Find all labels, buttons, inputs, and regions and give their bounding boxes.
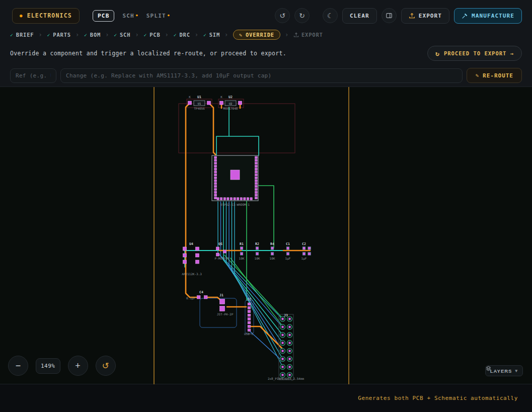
clear-button[interactable]: CLEAR <box>342 8 377 24</box>
u2-value-label: MAX17048 <box>223 107 238 110</box>
pcb-canvas[interactable]: K U1 U1 TP4056 K U2 U2 MAX17048 ESP32-S3… <box>0 87 532 384</box>
plus-icon: + <box>75 361 81 371</box>
u1-value-label: TP4056 <box>194 107 205 110</box>
moon-icon: ☾ <box>327 12 334 20</box>
j1-value-label: JST-PH-2P <box>217 312 234 316</box>
manufacture-button[interactable]: MANUFACTURE <box>454 8 522 24</box>
j3-value-label: 2x8_PINHEADER_2.54mm <box>268 377 305 381</box>
undo-icon: ↺ <box>279 12 285 20</box>
layers-icon <box>486 366 491 371</box>
component-bodies[interactable] <box>194 101 293 380</box>
r4-value-label: 10K <box>270 257 275 260</box>
chevron-right-icon: › <box>285 31 289 38</box>
export-icon <box>293 32 299 38</box>
step-pcb[interactable]: ✓PCB <box>143 32 160 38</box>
layers-dropdown[interactable]: LAYERS ▾ <box>485 365 523 376</box>
j2-value-label: USB-C <box>244 332 253 336</box>
q5-value-label: P-MOSFET <box>215 257 230 260</box>
chevron-right-icon: › <box>224 31 229 38</box>
q5-ref-label: Q5 <box>218 242 222 246</box>
c2-ref-label: C2 <box>302 242 306 246</box>
step-bom[interactable]: ✓BOM <box>84 32 101 38</box>
view-tabs: PCB SCH ● SPLIT ● <box>93 10 170 22</box>
esp32-value-label: ESP32-S3-WROOM-1 <box>220 203 250 206</box>
panel-toggle-button[interactable] <box>382 8 397 23</box>
tab-sch[interactable]: SCH ● <box>122 13 138 19</box>
u1-pin-label: K <box>189 95 191 99</box>
refresh-icon: ↻ <box>435 50 440 57</box>
theme-toggle-button[interactable]: ☾ <box>323 8 338 23</box>
zoom-out-button[interactable]: − <box>8 356 28 376</box>
check-icon: ✓ <box>143 32 147 38</box>
u2-pin-label: K <box>220 95 222 99</box>
step-brief[interactable]: ✓BRIEF <box>10 32 34 38</box>
r2-value-label: 10K <box>255 257 260 260</box>
zoom-controls: − 149% + ↺ <box>8 356 116 376</box>
chevron-right-icon: › <box>105 31 109 38</box>
step-sim[interactable]: ✓SIM <box>203 32 220 38</box>
chevron-down-icon: ▾ <box>515 368 518 373</box>
hammer-icon <box>462 13 468 19</box>
pencil-icon: ✎ <box>239 32 243 38</box>
step-sch[interactable]: ✓SCH <box>114 32 130 38</box>
reroute-bar: ✎ RE-ROUTE <box>0 64 532 87</box>
r4-ref-label: R4 <box>270 242 274 246</box>
r1-value-label: 10K <box>239 257 245 260</box>
j3-ref-label: J3 <box>284 313 288 317</box>
ref-input[interactable] <box>10 68 56 83</box>
c4-value-label: 0.1μF <box>186 296 195 300</box>
reroute-button[interactable]: ✎ RE-ROUTE <box>467 68 522 83</box>
redo-icon: ↻ <box>299 12 305 20</box>
brand: ● ELECTRONICS <box>12 8 80 24</box>
c2-value-label: 1μF <box>301 257 307 261</box>
step-export[interactable]: EXPORT <box>293 32 323 38</box>
proceed-to-export-button[interactable]: ↻ PROCEED TO EXPORT → <box>427 46 522 61</box>
j1-ref-label: J1 <box>219 293 223 297</box>
sidebar-panel-icon <box>386 12 393 19</box>
check-icon: ✓ <box>174 32 177 38</box>
redo-button[interactable]: ↻ <box>294 8 310 23</box>
reset-icon: ↺ <box>102 361 109 371</box>
chevron-right-icon: › <box>135 31 139 38</box>
esp32-thermal-pad <box>231 170 240 180</box>
step-override[interactable]: ✎OVERRIDE <box>233 30 280 40</box>
chevron-right-icon: › <box>75 31 80 38</box>
r2-ref-label: R2 <box>255 242 259 246</box>
zoom-level: 149% <box>36 358 60 374</box>
footer-note: Generates both PCB + Schematic automatic… <box>358 395 518 401</box>
c1-ref-label: C1 <box>286 242 290 246</box>
board-outline <box>154 87 349 385</box>
reset-view-button[interactable]: ↺ <box>96 356 116 376</box>
workflow-breadcrumb: ✓BRIEF › ✓PARTS › ✓BOM › ✓SCH › ✓PCB › ✓… <box>0 27 532 42</box>
u4-ref-label: U4 <box>189 242 193 246</box>
minus-icon: − <box>16 361 21 371</box>
pcb-drawing[interactable]: K U1 U1 TP4056 K U2 U2 MAX17048 ESP32-S3… <box>0 87 532 385</box>
step-parts[interactable]: ✓PARTS <box>47 32 70 38</box>
check-icon: ✓ <box>203 32 207 38</box>
check-icon: ✓ <box>10 32 14 38</box>
check-icon: ✓ <box>84 32 88 38</box>
change-input[interactable] <box>60 68 463 83</box>
override-bar: Override a component and trigger a local… <box>0 42 532 64</box>
c1-value-label: 1μF <box>285 257 291 261</box>
override-description: Override a component and trigger a local… <box>10 50 286 57</box>
tab-pcb[interactable]: PCB <box>93 10 114 22</box>
u1-body-label: U1 <box>198 102 201 105</box>
j2-ref-label: J2 <box>247 297 251 301</box>
zoom-in-button[interactable]: + <box>68 356 88 376</box>
undo-button[interactable]: ↺ <box>275 8 290 23</box>
chevron-right-icon: › <box>195 31 199 38</box>
check-icon: ✓ <box>114 32 117 38</box>
u2-ref-label: U2 <box>229 95 233 99</box>
silkscreen-labels: K U1 U1 TP4056 K U2 U2 MAX17048 ESP32-S3… <box>182 95 307 381</box>
tab-sch-dot-icon: ● <box>136 13 138 17</box>
brand-dot-icon: ● <box>20 13 23 18</box>
c4-ref-label: C4 <box>199 290 203 294</box>
tab-split[interactable]: SPLIT ● <box>146 13 170 19</box>
step-drc[interactable]: ✓DRC <box>174 32 190 38</box>
r1-ref-label: R1 <box>240 242 244 246</box>
topbar: ● ELECTRONICS PCB SCH ● SPLIT ● ↺ ↻ ☾ CL… <box>0 0 532 27</box>
topbar-actions: ↺ ↻ ☾ CLEAR EXPORT MANUFACTURE <box>275 8 522 24</box>
export-button[interactable]: EXPORT <box>401 8 449 24</box>
export-icon <box>409 13 415 19</box>
